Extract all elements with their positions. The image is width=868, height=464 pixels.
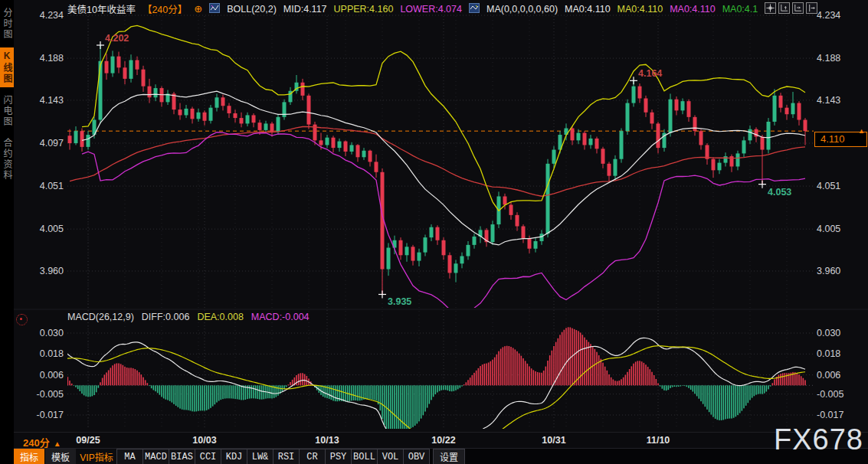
xaxis-date: 10/03: [192, 435, 216, 446]
price-chart-canvas[interactable]: 4.2344.2344.1884.1884.1434.1434.0974.097…: [0, 0, 868, 464]
svg-text:4.234: 4.234: [817, 10, 840, 21]
boll-mid-value: MID:4.117: [283, 4, 327, 15]
xaxis-date: 10/13: [315, 435, 339, 446]
svg-text:0.006: 0.006: [817, 370, 840, 381]
xaxis-date: 11/10: [647, 435, 670, 446]
axis-forward-icon[interactable]: [792, 2, 804, 14]
svg-text:3.960: 3.960: [40, 266, 64, 276]
boll-upper-value: UPPER:4.160: [334, 4, 394, 15]
toolbar-item-rsi[interactable]: RSI: [273, 449, 300, 464]
toolbar-item-indicator[interactable]: 指标: [14, 449, 44, 464]
trading-app: 4.2344.2344.1884.1884.1434.1434.0974.097…: [0, 0, 868, 464]
toolbar-item-vip-indicator[interactable]: VIP指标: [76, 449, 117, 464]
ma-value: MA0:4.110: [617, 4, 663, 15]
ma-value: MA0:4.110: [670, 4, 716, 15]
svg-text:0.018: 0.018: [40, 348, 64, 359]
crosshair-icon[interactable]: [765, 2, 776, 14]
period-tag: 【240分】: [142, 2, 187, 16]
svg-text:0.006: 0.006: [40, 370, 64, 381]
sidebar: 分时图K线图闪电图合约资料: [0, 0, 14, 464]
sidebar-item-time-chart[interactable]: 分时图: [0, 5, 14, 43]
svg-text:-0.005: -0.005: [37, 389, 64, 400]
sidebar-item-kline-chart[interactable]: K线图: [0, 47, 14, 87]
svg-text:-0.017: -0.017: [817, 410, 843, 420]
svg-text:-0.017: -0.017: [37, 410, 64, 420]
current-price-value: 4.110: [821, 133, 845, 145]
svg-text:3.960: 3.960: [817, 266, 840, 276]
macd-header: MACD(26,12,9) DIFF:0.006 DEA:0.008 MACD:…: [67, 312, 310, 322]
ma-value: MA0:4.110: [565, 4, 611, 15]
svg-text:4.188: 4.188: [817, 53, 840, 64]
ma-label: MA(0,0,0,0,0,60): [486, 4, 558, 15]
svg-text:-0.005: -0.005: [817, 389, 843, 400]
current-price-tag: 4.110 ▲: [814, 132, 867, 147]
xaxis-row: 240分▲ 09/2510/0310/1310/2210/3111/10: [14, 432, 868, 449]
macd-macd-value: MACD:-0.004: [251, 312, 310, 322]
toolbar-item-settings[interactable]: 设置: [433, 449, 465, 464]
sidebar-item-flash-chart[interactable]: 闪电图: [0, 92, 14, 130]
svg-text:4.051: 4.051: [817, 181, 840, 191]
chart-header: 美债10年收益率 【240分】 ⊕ BOLL(20,2) MID:4.117 U…: [67, 2, 765, 15]
svg-text:4.143: 4.143: [817, 95, 840, 106]
toolbar-item-obv[interactable]: OBV: [403, 449, 430, 464]
toolbar-item-bias[interactable]: BIAS: [169, 449, 195, 464]
chart-tool-icons: [765, 2, 817, 14]
page-title: 美债10年收益率: [67, 2, 136, 16]
toolbar-item-macd[interactable]: MACD: [142, 449, 169, 464]
boll-lower-value: LOWER:4.074: [400, 4, 462, 15]
chart-plot-area[interactable]: [67, 16, 814, 427]
svg-text:0.030: 0.030: [40, 328, 64, 338]
ma-indicator-icon[interactable]: [469, 3, 480, 15]
toolbar-item-psy[interactable]: PSY: [325, 449, 352, 464]
xaxis-date: 09/25: [76, 435, 100, 446]
macd-alert-icon[interactable]: [16, 314, 28, 325]
axis-zoom-icon[interactable]: [778, 2, 790, 14]
toolbar-item-vol[interactable]: VOL: [377, 449, 404, 464]
svg-text:0.018: 0.018: [817, 348, 840, 359]
toolbar-item-cr[interactable]: CR: [299, 449, 326, 464]
pan-right-icon[interactable]: [806, 2, 817, 14]
add-indicator-icon[interactable]: ⊕: [194, 3, 202, 15]
svg-text:4.234: 4.234: [40, 10, 64, 21]
ma-value: MA0:4.1: [722, 4, 758, 15]
toolbar-item-lwr[interactable]: LW&: [247, 449, 274, 464]
svg-text:0.030: 0.030: [817, 328, 840, 338]
svg-text:4.097: 4.097: [40, 138, 64, 149]
sidebar-item-contract-info[interactable]: 合约资料: [0, 135, 14, 184]
toolbar-item-ma[interactable]: MA: [116, 449, 143, 464]
toolbar-item-boll[interactable]: BOLL: [351, 449, 378, 464]
boll-indicator-icon[interactable]: [209, 3, 220, 15]
svg-text:4.005: 4.005: [40, 224, 64, 234]
toolbar-item-cci[interactable]: CCI: [195, 449, 221, 464]
svg-text:4.143: 4.143: [40, 95, 64, 106]
toolbar-item-kdj[interactable]: KDJ: [221, 449, 247, 464]
macd-diff-value: DIFF:0.006: [142, 312, 190, 322]
svg-text:4.005: 4.005: [817, 224, 840, 234]
macd-label: MACD(26,12,9): [67, 312, 134, 322]
svg-text:4.051: 4.051: [40, 181, 64, 191]
toolbar-item-template[interactable]: 模板: [45, 449, 76, 464]
xaxis-date: 10/22: [431, 435, 455, 446]
price-marker-icon: ▲: [858, 124, 865, 138]
brand-watermark: FX678: [774, 425, 863, 454]
boll-label: BOLL(20,2): [227, 4, 277, 15]
bottom-toolbar: 指标模板VIP指标MAMACDBIASCCIKDJLW&RSICRPSYBOLL…: [14, 448, 868, 464]
xaxis-date: 10/31: [542, 435, 565, 446]
svg-text:4.188: 4.188: [40, 53, 64, 64]
dropdown-up-icon: ▲: [54, 439, 61, 448]
ma-values: MA0:4.110MA0:4.110MA0:4.110MA0:4.1: [565, 4, 765, 15]
macd-dea-value: DEA:0.008: [197, 312, 243, 322]
